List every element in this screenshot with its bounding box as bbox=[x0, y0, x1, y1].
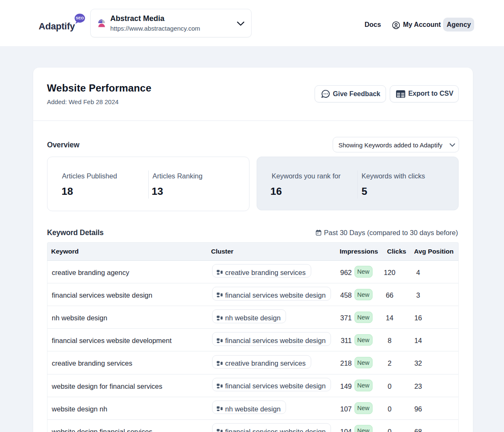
svg-text:SEO: SEO bbox=[76, 16, 84, 20]
